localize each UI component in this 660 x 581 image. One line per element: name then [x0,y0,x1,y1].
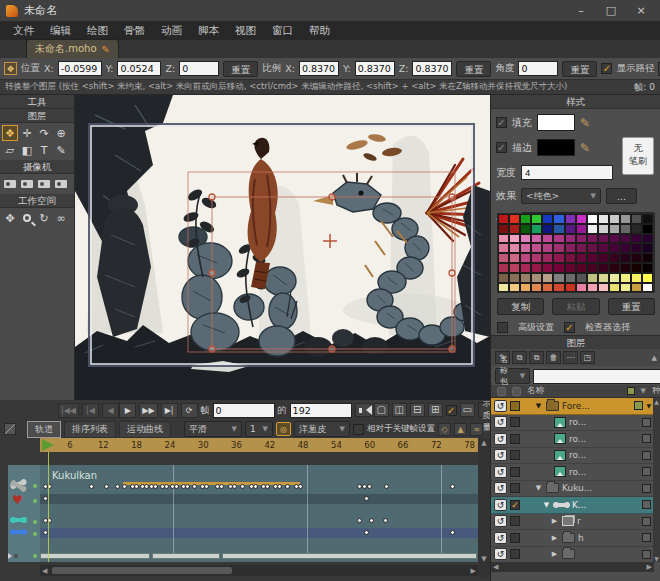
show-path-checkbox[interactable] [601,63,612,74]
keyframe-dot[interactable] [383,518,388,523]
keyframe-dot[interactable] [192,484,197,489]
keyframe-dot[interactable] [232,484,237,489]
layer-color-swatch[interactable] [642,418,651,427]
palette-color[interactable] [542,243,553,253]
palette-color[interactable] [531,234,542,244]
palette-color[interactable] [620,283,631,293]
layer-checkbox[interactable] [510,434,520,444]
layer-color-swatch[interactable] [642,467,651,476]
close-button[interactable]: × [628,3,654,19]
layer-row[interactable]: ↺▼Kuku... [491,481,654,498]
palette-color[interactable] [531,224,542,234]
layer-visibility-icon[interactable]: ↺ [494,400,507,412]
view-splith-button[interactable]: ⊟ [410,403,425,417]
layer-checkbox[interactable] [510,549,520,559]
palette-color[interactable] [631,224,642,234]
layer-row[interactable]: ↺✓▼K... [491,497,654,514]
step-back-button[interactable]: ◀ [102,403,119,418]
palette-color[interactable] [565,273,576,283]
freehand-tool-icon[interactable]: ✎ [53,142,69,158]
view-split2-button[interactable]: ◫ [392,403,407,417]
menu-3[interactable]: 绘图 [80,22,115,40]
palette-color[interactable] [531,263,542,273]
palette-color[interactable] [542,214,553,224]
angle-input[interactable] [518,61,558,76]
advanced-settings-checkbox[interactable] [497,322,508,333]
rotate-layer-tool-icon[interactable]: ↷ [36,125,52,141]
palette-color[interactable] [553,263,564,273]
palette-color[interactable] [642,283,653,293]
menu-1[interactable]: 文件 [6,22,41,40]
layer-color-swatch[interactable] [642,517,651,526]
scale-z-input[interactable] [412,61,452,76]
scrollbar-handle[interactable] [52,567,232,574]
palette-color[interactable] [576,263,587,273]
step-forward-button[interactable]: ▶▶ [139,403,157,418]
translate-layer-tool-icon[interactable]: ✛ [19,125,35,141]
keyframe-dot[interactable] [164,484,169,489]
frame-bounds-button[interactable]: ▭ [460,403,475,417]
palette-color[interactable] [609,243,620,253]
palette-color[interactable] [553,234,564,244]
timeline-vertical-scrollbar[interactable]: ▲▼ [478,438,490,577]
palette-color[interactable] [553,243,564,253]
layer-color-swatch[interactable] [642,500,651,509]
palette-color[interactable] [576,253,587,263]
playhead-marker[interactable] [42,439,54,451]
palette-color[interactable] [576,224,587,234]
view-single-button[interactable]: ▢ [374,403,389,417]
channel-enabled-dot[interactable] [33,499,37,503]
paste-style-button[interactable]: 粘贴 [552,298,599,315]
keyframe-dot[interactable] [364,530,369,535]
palette-color[interactable] [620,243,631,253]
palette-color[interactable] [565,243,576,253]
bone-group-channel-icon[interactable] [12,482,25,488]
palette-color[interactable] [576,273,587,283]
layers-toolbar-button-3[interactable]: ⧉ [529,351,544,364]
palette-color[interactable] [509,214,520,224]
palette-color[interactable] [498,234,509,244]
layer-row[interactable]: ↺ro... [491,415,654,432]
palette-color[interactable] [609,283,620,293]
timeline-tab[interactable]: 排序列表 [64,421,116,438]
palette-color[interactable] [620,214,631,224]
palette-color[interactable] [631,283,642,293]
palette-color[interactable] [520,253,531,263]
palette-color[interactable] [609,214,620,224]
palette-color[interactable] [598,224,609,234]
keyframe-dot[interactable] [89,484,94,489]
palette-color[interactable] [587,253,598,263]
track-camera-tool-icon[interactable] [2,176,18,192]
palette-color[interactable] [509,234,520,244]
palette-color[interactable] [565,253,576,263]
palette-color[interactable] [531,243,542,253]
palette-color[interactable] [587,243,598,253]
palette-color[interactable] [498,263,509,273]
palette-color[interactable] [620,224,631,234]
palette-color[interactable] [609,224,620,234]
palette-color[interactable] [587,234,598,244]
palette-color[interactable] [609,234,620,244]
layer-expand-icon[interactable]: ▶ [550,550,559,558]
stroke-checkbox[interactable] [496,142,507,153]
layer-checkbox[interactable] [510,516,520,526]
palette-color[interactable] [498,214,509,224]
palette-color[interactable] [598,214,609,224]
palette-color[interactable] [642,273,653,283]
palette-color[interactable] [520,224,531,234]
layer-row[interactable]: ↺ro... [491,431,654,448]
palette-color[interactable] [598,243,609,253]
fill-brush-icon[interactable]: ✎ [580,116,590,130]
palette-color[interactable] [520,263,531,273]
keyframe-dot[interactable] [240,484,245,489]
layer-color-swatch[interactable] [642,451,651,460]
layers-collapse-icon[interactable]: ▲ [652,354,657,362]
keyframe-dot[interactable] [277,484,282,489]
palette-color[interactable] [520,214,531,224]
layer-expand-icon[interactable]: ▶ [550,517,559,525]
keyframe-up-icon[interactable]: ▲ [454,423,467,436]
track-summary-bar[interactable] [222,553,477,559]
scale-reset-button[interactable]: 重置 [456,61,491,77]
palette-color[interactable] [631,234,642,244]
bone-scale-channel-icon[interactable] [12,530,25,534]
